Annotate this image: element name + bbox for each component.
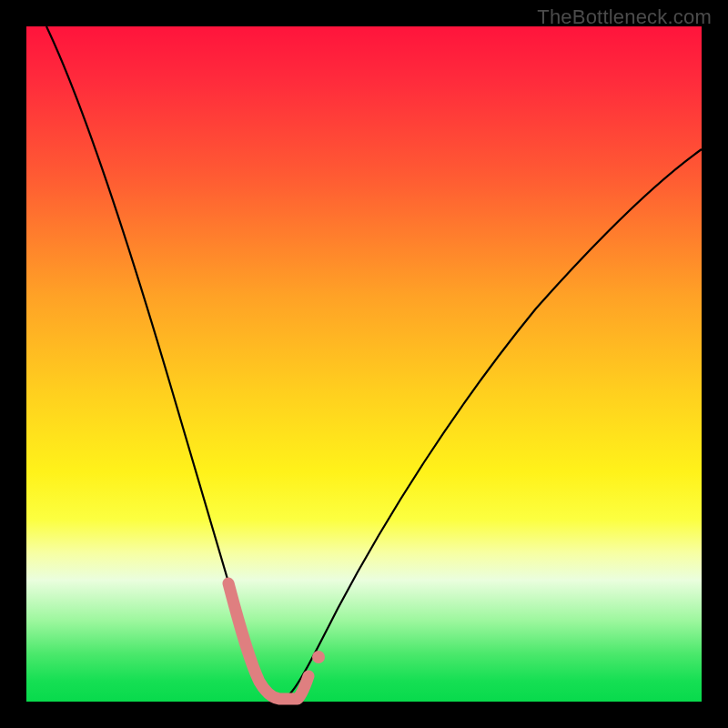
watermark-text: TheBottleneck.com [537,5,712,29]
curve-layer [26,26,702,702]
highlight-end-dot [312,651,325,663]
chart-frame: TheBottleneck.com [0,0,728,728]
bottleneck-curve [46,26,702,697]
highlight-valley [228,583,308,699]
